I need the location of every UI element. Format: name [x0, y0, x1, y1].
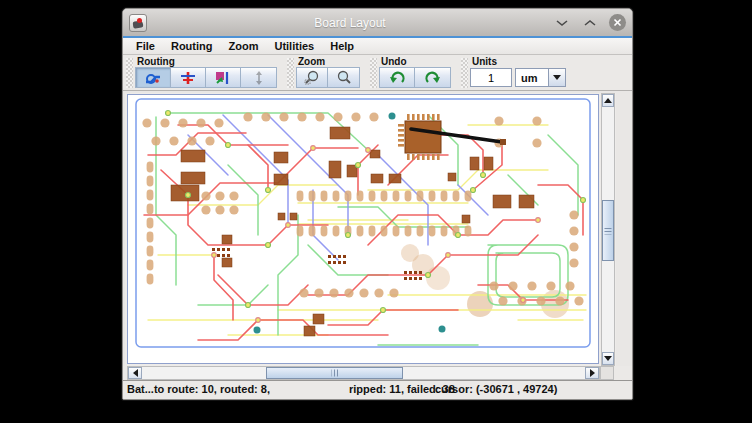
- toolbar: Routing: [123, 55, 632, 91]
- toolbar-grip[interactable]: [461, 58, 468, 88]
- zoom-frame-icon: [336, 70, 351, 85]
- board-layout-window: Board Layout File Routing Zo: [122, 8, 633, 400]
- zoom-region-button[interactable]: [297, 68, 328, 87]
- optimize-icon: [215, 71, 231, 85]
- v-scrollbar[interactable]: [601, 93, 615, 366]
- menubar: File Routing Zoom Utilities Help: [123, 38, 632, 55]
- undo-group: Undo: [379, 56, 451, 88]
- units-value-input[interactable]: [470, 68, 512, 87]
- undo-button[interactable]: [380, 68, 415, 87]
- board-viewport: [125, 93, 616, 366]
- status-cursor-position: cursor: (-30671 , 49724): [435, 383, 557, 395]
- adjust-tool-button[interactable]: [241, 68, 276, 87]
- units-group: Units um: [470, 56, 566, 88]
- menu-help[interactable]: Help: [322, 38, 362, 54]
- routing-group-label: Routing: [135, 56, 277, 67]
- window-icon: [129, 14, 147, 32]
- optimize-tool-button[interactable]: [206, 68, 241, 87]
- maximize-icon[interactable]: [581, 14, 599, 32]
- scroll-left-icon[interactable]: [128, 367, 142, 379]
- toolbar-grip[interactable]: [370, 58, 377, 88]
- qfp-chip: [398, 114, 441, 160]
- menu-zoom[interactable]: Zoom: [221, 38, 267, 54]
- routing-group: Routing: [135, 56, 277, 88]
- zoom-frame-button[interactable]: [328, 68, 359, 87]
- pcb-artwork: [128, 95, 598, 363]
- close-icon[interactable]: [609, 14, 626, 31]
- window-title: Board Layout: [147, 16, 553, 30]
- combo-dropdown-icon[interactable]: [548, 69, 565, 86]
- statusbar: Bat...to route: 10, routed: 8, ripped: 1…: [123, 380, 632, 399]
- redo-button[interactable]: [415, 68, 450, 87]
- scroll-right-icon[interactable]: [585, 367, 599, 379]
- menu-file[interactable]: File: [128, 38, 163, 54]
- route-trace-icon: [144, 71, 162, 85]
- route-tool-button[interactable]: [136, 68, 171, 87]
- menu-utilities[interactable]: Utilities: [266, 38, 322, 54]
- desktop-background: Board Layout File Routing Zo: [0, 0, 752, 423]
- titlebar[interactable]: Board Layout: [123, 9, 632, 38]
- undo-group-label: Undo: [379, 56, 451, 67]
- zoom-group-label: Zoom: [296, 56, 360, 67]
- canvas-area: [123, 91, 632, 366]
- zoom-group: Zoom: [296, 56, 360, 88]
- h-scroll-thumb[interactable]: [266, 367, 403, 379]
- redo-arrow-icon: [425, 71, 441, 85]
- menu-routing[interactable]: Routing: [163, 38, 221, 54]
- board-canvas[interactable]: [127, 94, 599, 364]
- adjust-arrows-icon: [253, 71, 265, 85]
- scrollbar-corner: [600, 366, 614, 380]
- toolbar-grip[interactable]: [126, 58, 133, 88]
- minimize-icon[interactable]: [553, 14, 571, 32]
- v-scroll-track[interactable]: [602, 107, 614, 352]
- h-scrollbar[interactable]: [127, 366, 600, 380]
- status-autoroute-info: Bat...to route: 10, routed: 8,: [127, 383, 270, 395]
- rip-trace-button[interactable]: [171, 68, 206, 87]
- undo-arrow-icon: [389, 71, 405, 85]
- h-scroll-track[interactable]: [142, 367, 585, 379]
- units-group-label: Units: [470, 56, 566, 67]
- scroll-up-icon[interactable]: [602, 94, 614, 107]
- rip-trace-icon: [180, 71, 196, 85]
- scroll-down-icon[interactable]: [602, 352, 614, 365]
- toolbar-grip[interactable]: [287, 58, 294, 88]
- units-unit-value: um: [516, 69, 548, 86]
- v-scroll-thumb[interactable]: [602, 200, 614, 261]
- zoom-region-icon: [304, 70, 320, 85]
- units-unit-combobox[interactable]: um: [515, 68, 566, 87]
